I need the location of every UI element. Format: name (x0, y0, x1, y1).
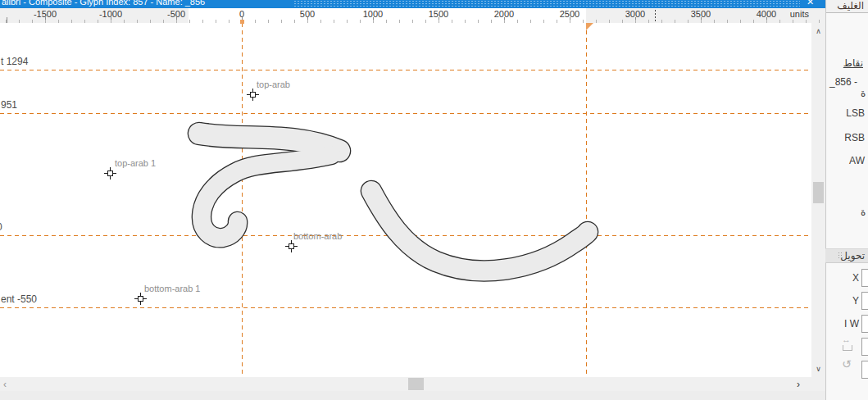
ruler-tick-label: 1500 (422, 9, 455, 19)
transform-input[interactable] (861, 315, 868, 333)
panel-points-link[interactable]: نقاط (826, 57, 863, 69)
panel-header-glyph-tab[interactable]: الغليف (826, 0, 868, 13)
anchor-center-square (138, 296, 143, 302)
ruler-tick-label: 2500 (553, 9, 586, 19)
transform-input[interactable] (861, 338, 868, 356)
anchor-label: top-arab 1 (115, 158, 156, 168)
set-width-icon[interactable]: ↔ (842, 334, 851, 344)
horizontal-guide-line[interactable] (0, 113, 811, 114)
composite-member-item[interactable]: _856 - (829, 76, 857, 88)
transform-field-label: I W (826, 318, 859, 330)
vertical-scrollbar[interactable]: ∧ ∨ (811, 23, 825, 377)
transform-input[interactable] (861, 292, 868, 310)
transform-input[interactable] (861, 269, 868, 287)
scroll-right-icon[interactable]: › (797, 379, 800, 390)
guide-label: 951 (1, 99, 17, 111)
scroll-down-icon[interactable]: ∨ (811, 365, 825, 373)
glyph-canvas[interactable] (0, 23, 811, 377)
anchor-center-square (107, 170, 113, 176)
ruler-tick-label: 2000 (488, 9, 520, 19)
glyph-editor-window: alibri - Composite - Glyph Index: 857 - … (0, 0, 868, 400)
anchor-label: bottom-arab (293, 231, 342, 241)
horizontal-scroll-thumb[interactable] (408, 378, 424, 390)
panel-clipped-label-2: ة (861, 207, 866, 218)
titlebar-grip-dots (293, 0, 800, 8)
transform-field-label: X (826, 272, 859, 284)
horizontal-guide-line[interactable] (0, 307, 811, 308)
set-width-icon-bracket (843, 345, 852, 351)
window-titlebar[interactable]: alibri - Composite - Glyph Index: 857 - … (0, 0, 825, 8)
advance-width-marker[interactable] (586, 23, 593, 30)
metric-label: LSB (826, 107, 865, 119)
horizontal-ruler: -1500-1000-50005001000150020002500300035… (0, 8, 825, 24)
rotate-icon[interactable]: ↺ (842, 357, 852, 370)
vertical-guide-line[interactable] (242, 23, 243, 377)
horizontal-guide-line[interactable] (0, 70, 811, 70)
ruler-tick-label: 3000 (619, 9, 652, 19)
ruler-tick-label: -1000 (94, 9, 127, 19)
metric-label: RSB (826, 132, 865, 143)
transform-input[interactable] (861, 361, 868, 379)
anchor-label: top-arab (257, 80, 290, 89)
metric-label: AW (826, 155, 865, 166)
ruler-tick-label: 1000 (357, 9, 389, 19)
ruler-units-label: units (775, 9, 809, 19)
close-icon[interactable]: ✕ (807, 0, 814, 7)
ruler-tick-label: 3500 (684, 9, 717, 19)
origin-marker[interactable] (240, 20, 244, 24)
anchor-label: bottom-arab 1 (144, 284, 200, 293)
ruler-tick-label: -500 (160, 9, 193, 19)
window-title: alibri - Composite - Glyph Index: 857 - … (2, 0, 205, 7)
anchor-point[interactable] (104, 167, 116, 180)
horizontal-guide-line[interactable] (0, 235, 811, 236)
transform-grip-dots (838, 252, 842, 260)
ruler-cursor-position-mark (655, 10, 656, 23)
scroll-left-icon[interactable]: ‹ (3, 379, 7, 390)
transform-section-header[interactable]: تحويل (825, 248, 868, 263)
guide-label: ent -550 (1, 293, 37, 305)
ruler-tick-label: -1500 (29, 9, 61, 19)
scrollbar-corner (811, 377, 825, 391)
vertical-scroll-thumb[interactable] (813, 182, 824, 203)
panel-clipped-label-1: ة (861, 88, 866, 99)
ruler-tick-label: 0 (225, 9, 258, 19)
ruler-tick-label: 500 (291, 9, 324, 19)
anchor-point[interactable] (134, 293, 147, 305)
vertical-guide-line[interactable] (586, 23, 587, 377)
anchor-center-square (289, 243, 294, 249)
guide-label: t 1294 (1, 56, 28, 67)
transform-field-label: Y (826, 295, 859, 307)
anchor-point[interactable] (247, 89, 259, 101)
anchor-point[interactable] (285, 240, 298, 252)
scroll-up-icon[interactable]: ∧ (811, 27, 825, 35)
horizontal-scrollbar[interactable]: ‹ › (0, 377, 811, 391)
status-bar (0, 391, 825, 400)
anchor-center-square (250, 92, 256, 98)
guide-label: 0 (0, 221, 2, 233)
